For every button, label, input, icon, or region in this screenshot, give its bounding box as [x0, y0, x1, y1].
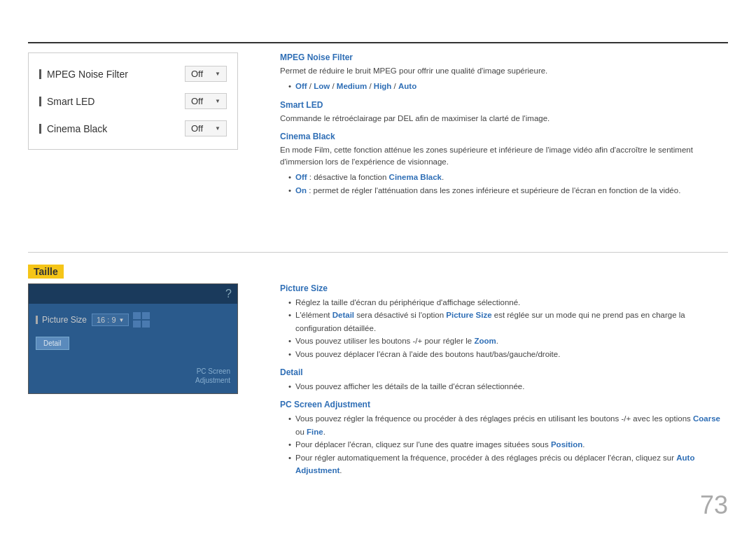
grid-cell-3 — [133, 321, 141, 328]
cinemablack-value: Off — [191, 123, 203, 134]
pc-screen-bullet-1: Vous pouvez régler la fréquence ou procé… — [288, 412, 728, 438]
picture-size-link: Picture Size — [446, 311, 491, 319]
detail-bullet-1: Vous pouvez afficher les détails de la t… — [288, 380, 728, 393]
menu-panel-top: MPEG Noise Filter Off ▼ Smart LED Off ▼ … — [28, 52, 238, 150]
mpeg-bullet-list: Off / Low / Medium / High / Auto — [280, 80, 728, 92]
picture-size-dropdown[interactable]: 16 : 9 ▼ — [92, 314, 129, 326]
picture-size-section-title: Picture Size — [280, 283, 728, 293]
grid-cell-2 — [142, 312, 150, 319]
picture-size-bullet-2: Vous pouvez utiliser les boutons -/+ pou… — [288, 335, 728, 347]
detail-section-title: Detail — [280, 367, 728, 377]
detail-btn-row: Detail — [36, 333, 230, 350]
cinemablack-bullet-1: Off : désactive la fonction Cinema Black… — [288, 171, 728, 183]
detail-button[interactable]: Detail — [36, 337, 69, 350]
mpeg-section-title: MPEG Noise Filter — [280, 52, 728, 62]
grid-cell-4 — [142, 321, 150, 328]
pc-screen-area: PC ScreenAdjustment — [36, 371, 230, 385]
mpeg-arrow-icon: ▼ — [215, 71, 220, 77]
question-mark-icon: ? — [225, 288, 232, 300]
smartled-arrow-icon: ▼ — [215, 98, 220, 104]
cinemablack-off-link: Off — [295, 173, 307, 181]
screen-body: Picture Size 16 : 9 ▼ Detail PC ScreenAd… — [29, 304, 237, 393]
screen-mockup: ? Picture Size 16 : 9 ▼ Detail PC Screen… — [28, 283, 238, 394]
mpeg-control[interactable]: Off ▼ — [185, 66, 227, 82]
pc-screen-bullet-list: Vous pouvez régler la fréquence ou procé… — [280, 412, 728, 477]
menu-item-smartled: Smart LED Off ▼ — [29, 87, 237, 115]
cinemablack-arrow-icon: ▼ — [215, 125, 220, 132]
pc-screen-section-title: PC Screen Adjustment — [280, 400, 728, 409]
cinemablack-name-link: Cinema Black — [389, 173, 442, 181]
cinemablack-control[interactable]: Off ▼ — [185, 120, 227, 136]
picture-size-value: 16 : 9 — [97, 316, 116, 324]
picture-size-row: Picture Size 16 : 9 ▼ — [36, 312, 230, 328]
page-number: 73 — [700, 491, 728, 520]
mpeg-label: MPEG Noise Filter — [39, 69, 128, 80]
menu-item-mpeg: MPEG Noise Filter Off ▼ — [29, 60, 237, 87]
smartled-section-text: Commande le rétroéclairage par DEL afin … — [280, 113, 728, 125]
cinemablack-label: Cinema Black — [39, 123, 107, 134]
smartled-label: Smart LED — [39, 96, 94, 107]
pc-screen-bullet-2: Pour déplacer l'écran, cliquez sur l'une… — [288, 438, 728, 451]
top-divider — [28, 42, 728, 43]
picture-size-bullet-0: Réglez la taille d'écran du périphérique… — [288, 296, 728, 309]
cinemablack-section-text: En mode Film, cette fonction atténue les… — [280, 144, 728, 169]
mpeg-high-link: High — [374, 82, 392, 90]
auto-adj-link: Auto Adjustment — [295, 454, 694, 475]
picture-size-bullet-list: Réglez la taille d'écran du périphérique… — [280, 296, 728, 360]
cinemablack-section-title: Cinema Black — [280, 132, 728, 141]
screen-header: ? — [29, 284, 237, 304]
cinemablack-bullet-2: On : permet de régler l'atténuation dans… — [288, 184, 728, 197]
grid-cell-1 — [133, 312, 141, 319]
taille-label: Taille — [28, 265, 64, 279]
cinemablack-dropdown[interactable]: Off ▼ — [185, 120, 227, 136]
menu-item-cinemablack: Cinema Black Off ▼ — [29, 115, 237, 142]
detail-bullet-list: Vous pouvez afficher les détails de la t… — [280, 380, 728, 393]
cinemablack-on-link: On — [295, 186, 307, 195]
picture-size-bullet-1: L'élément Detail sera désactivé si l'opt… — [288, 309, 728, 335]
zoom-link: Zoom — [474, 337, 496, 345]
mpeg-low-link: Low — [314, 82, 330, 90]
mpeg-dropdown[interactable]: Off ▼ — [185, 66, 227, 82]
fine-link: Fine — [307, 428, 323, 436]
mpeg-value: Off — [191, 69, 203, 79]
detail-link: Detail — [332, 311, 354, 319]
mpeg-off-link: Off — [295, 82, 307, 90]
picture-size-bullet-3: Vous pouvez déplacer l'écran à l'aide de… — [288, 348, 728, 360]
description-panel-top: MPEG Noise Filter Permet de réduire le b… — [280, 52, 728, 199]
smartled-dropdown[interactable]: Off ▼ — [185, 93, 227, 109]
smartled-value: Off — [191, 96, 203, 106]
smartled-section-title: Smart LED — [280, 100, 728, 110]
pc-screen-label: PC ScreenAdjustment — [195, 367, 230, 385]
picture-size-arrow-icon: ▼ — [119, 317, 125, 323]
mpeg-auto-link: Auto — [398, 82, 416, 90]
mpeg-medium-link: Medium — [337, 82, 367, 90]
position-link: Position — [551, 440, 582, 449]
smartled-control[interactable]: Off ▼ — [185, 93, 227, 109]
pc-screen-bullet-3: Pour régler automatiquement la fréquence… — [288, 451, 728, 477]
mpeg-bullet-1: Off / Low / Medium / High / Auto — [288, 80, 728, 92]
coarse-link: Coarse — [693, 414, 720, 423]
mid-divider — [28, 252, 728, 253]
picture-size-label: Picture Size — [36, 315, 92, 325]
cinemablack-bullet-list: Off : désactive la fonction Cinema Black… — [280, 171, 728, 197]
mpeg-section-text: Permet de réduire le bruit MPEG pour off… — [280, 65, 728, 77]
description-panel-bottom: Picture Size Réglez la taille d'écran du… — [280, 283, 728, 479]
